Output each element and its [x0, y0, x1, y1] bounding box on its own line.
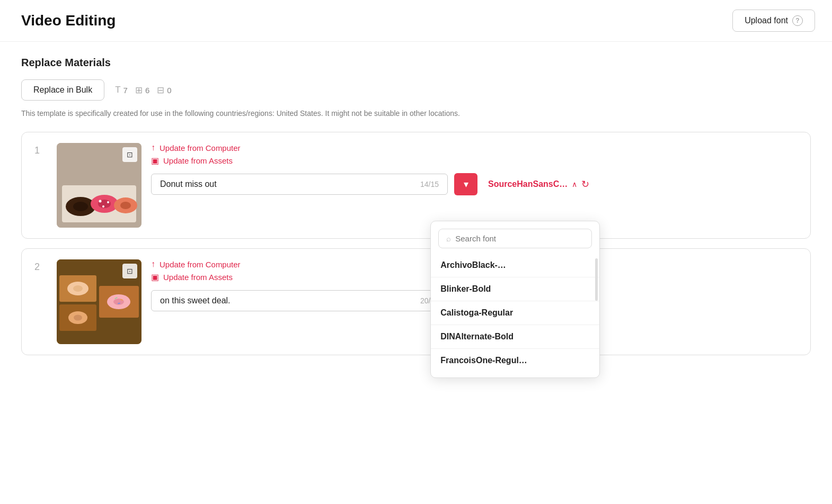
- font-name-display-1[interactable]: SourceHanSansC…: [488, 179, 568, 189]
- text-input-2[interactable]: [160, 296, 415, 305]
- svg-point-10: [120, 202, 131, 209]
- font-list-item-5[interactable]: FrancoisOne-Regul…: [431, 349, 599, 372]
- region-notice: This template is specifically created fo…: [21, 108, 811, 119]
- assets-icon-1: ▣: [151, 156, 159, 166]
- search-icon: ⌕: [446, 234, 451, 243]
- help-icon: ?: [792, 15, 803, 26]
- svg-point-16: [73, 285, 83, 292]
- font-refresh-icon-1[interactable]: ↻: [581, 178, 589, 190]
- text-field-wrapper-1: 14/15: [151, 174, 448, 195]
- toolbar-icons: T 7 ⊞ 6 ⊟ 0: [115, 85, 171, 96]
- material-item-1: 1: [21, 132, 811, 239]
- svg-point-7: [107, 201, 109, 203]
- header: Video Editing Upload font ?: [0, 0, 832, 42]
- toolbar-row: Replace in Bulk T 7 ⊞ 6 ⊟ 0: [21, 79, 811, 101]
- main-content: Replace Materials Replace in Bulk T 7 ⊞ …: [0, 42, 832, 380]
- font-search-box: ⌕: [438, 229, 592, 248]
- replace-in-bulk-button[interactable]: Replace in Bulk: [21, 79, 104, 101]
- video-count-item: ⊟ 0: [157, 85, 171, 96]
- svg-point-23: [74, 315, 82, 321]
- material-item-2: 2: [21, 248, 811, 355]
- upload-icon-2: ↑: [151, 259, 155, 269]
- text-icon: T: [115, 85, 120, 95]
- image-count-item: ⊞ 6: [135, 85, 149, 96]
- update-links-1: ↑ Update from Computer ▣ Update from Ass…: [151, 143, 798, 166]
- item-number-2: 2: [34, 259, 47, 273]
- font-list: ArchivoBlack-… Blinker-Bold Calistoga-Re…: [431, 254, 599, 372]
- crop-icon-1[interactable]: ⊡: [122, 147, 137, 162]
- font-search-input[interactable]: [455, 234, 584, 243]
- video-icon: ⊟: [157, 85, 164, 96]
- dropdown-button-1[interactable]: ▾: [454, 173, 477, 195]
- item-image-1: ⊡: [57, 143, 141, 228]
- section-title: Replace Materials: [21, 57, 811, 69]
- font-dropdown: ⌕ ArchivoBlack-… Blinker-Bold Calistoga-…: [430, 221, 600, 378]
- font-list-item-1[interactable]: ArchivoBlack-…: [431, 254, 599, 277]
- svg-point-3: [73, 202, 88, 211]
- item-content-1: ↑ Update from Computer ▣ Update from Ass…: [151, 143, 798, 195]
- dropdown-arrow-1: ▾: [464, 178, 468, 190]
- upload-icon-1: ↑: [151, 143, 155, 152]
- font-list-item-3[interactable]: Calistoga-Regular: [431, 301, 599, 325]
- font-selector-1: SourceHanSansC… ∧ ↻ ⌕ ArchivoBlack-… Bli…: [488, 178, 589, 190]
- svg-point-8: [102, 205, 104, 208]
- text-input-1[interactable]: [160, 179, 415, 189]
- svg-point-6: [99, 200, 102, 203]
- font-list-item-2[interactable]: Blinker-Bold: [431, 277, 599, 301]
- text-input-row-1: 14/15 ▾ SourceHanSansC… ∧ ↻ ⌕: [151, 173, 798, 195]
- text-count-item: T 7: [115, 85, 128, 95]
- image-icon: ⊞: [135, 85, 143, 96]
- video-count: 0: [167, 86, 171, 95]
- item-image-2: ⊡: [57, 259, 141, 344]
- upload-font-label: Upload font: [745, 16, 788, 25]
- assets-icon-2: ▣: [151, 272, 159, 282]
- item-number-1: 1: [34, 143, 47, 156]
- image-count: 6: [145, 86, 149, 95]
- upload-font-button[interactable]: Upload font ?: [732, 10, 815, 32]
- page-title: Video Editing: [21, 12, 116, 29]
- text-count: 7: [123, 86, 128, 95]
- font-list-scrollbar[interactable]: [595, 258, 598, 301]
- font-arrow-up-1[interactable]: ∧: [572, 180, 577, 188]
- update-from-computer-link-1[interactable]: ↑ Update from Computer: [151, 143, 798, 152]
- update-from-assets-link-1[interactable]: ▣ Update from Assets: [151, 156, 798, 166]
- char-count-1: 14/15: [420, 180, 439, 188]
- text-field-wrapper-2: 20/35: [151, 290, 448, 311]
- crop-icon-2[interactable]: ⊡: [122, 264, 137, 278]
- font-list-item-4[interactable]: DINAlternate-Bold: [431, 325, 599, 349]
